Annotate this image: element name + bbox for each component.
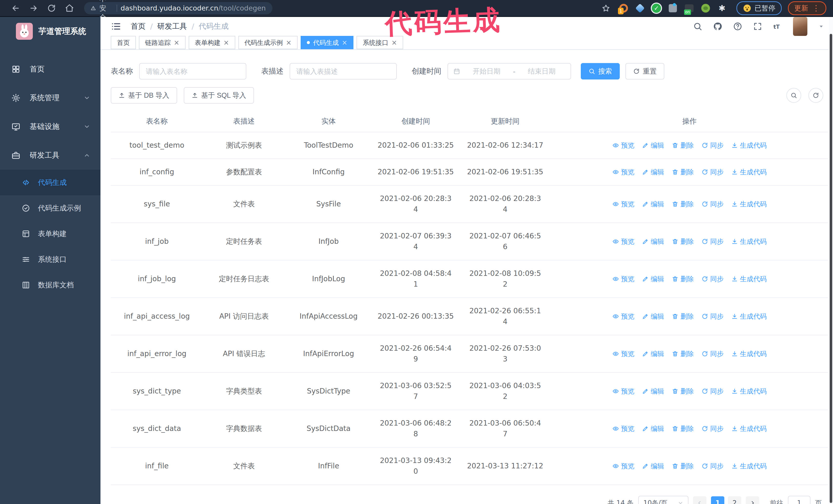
table-name-input[interactable] [139, 63, 246, 79]
fullscreen-icon[interactable] [753, 22, 762, 31]
sidebar-item-代码生成[interactable]: 代码生成 [0, 170, 100, 195]
tab-链路追踪[interactable]: 链路追踪× [139, 36, 186, 49]
extension-gem-icon[interactable] [635, 4, 645, 13]
avatar-caret-down-icon[interactable] [818, 23, 824, 29]
toggle-search-button[interactable] [786, 88, 801, 103]
action-delete[interactable]: 删除 [672, 167, 694, 177]
action-preview[interactable]: 预览 [612, 461, 634, 472]
puzzle-extension-icon[interactable]: ✱ [717, 4, 727, 13]
action-generate-code[interactable]: 生成代码 [731, 461, 767, 472]
action-sync[interactable]: 同步 [701, 349, 723, 359]
action-sync[interactable]: 同步 [701, 236, 723, 247]
font-size-icon[interactable] [773, 22, 782, 31]
github-icon[interactable] [713, 22, 722, 31]
page-size-select[interactable]: 10条/页 [638, 496, 688, 504]
app-logo[interactable]: 芋道管理系统 [0, 17, 100, 46]
goto-page-input[interactable] [788, 496, 810, 504]
action-preview[interactable]: 预览 [612, 140, 634, 151]
action-sync[interactable]: 同步 [701, 140, 723, 151]
action-edit[interactable]: 编辑 [642, 199, 664, 210]
action-generate-code[interactable]: 生成代码 [731, 167, 767, 177]
action-sync[interactable]: 同步 [701, 199, 723, 210]
tab-close-icon[interactable]: × [174, 39, 180, 46]
next-page-button[interactable] [746, 496, 759, 504]
extension-tool-icon[interactable] [668, 4, 677, 13]
action-sync[interactable]: 同步 [701, 167, 723, 177]
scrollbar-thumb[interactable] [830, 34, 832, 503]
user-avatar[interactable] [793, 17, 807, 36]
action-edit[interactable]: 编辑 [642, 236, 664, 247]
action-preview[interactable]: 预览 [612, 386, 634, 397]
tab-代码生成[interactable]: 代码生成× [301, 36, 353, 49]
reset-button[interactable]: 重置 [625, 63, 664, 79]
tab-close-icon[interactable]: × [286, 39, 292, 46]
action-generate-code[interactable]: 生成代码 [731, 140, 767, 151]
action-edit[interactable]: 编辑 [642, 461, 664, 472]
extensions-paused-button[interactable]: 已暂停 [736, 1, 782, 15]
scrollbar[interactable] [829, 17, 833, 504]
action-generate-code[interactable]: 生成代码 [731, 199, 767, 210]
address-bar[interactable]: 不安全 dashboard.yudao.iocoder.cn/tool/code… [84, 2, 272, 14]
tab-表单构建[interactable]: 表单构建× [189, 36, 235, 49]
sidebar-item-首页[interactable]: 首页 [0, 55, 100, 83]
action-preview[interactable]: 预览 [612, 236, 634, 247]
sidebar-item-研发工具[interactable]: 研发工具 [0, 141, 100, 170]
action-preview[interactable]: 预览 [612, 423, 634, 434]
action-sync[interactable]: 同步 [701, 311, 723, 322]
action-preview[interactable]: 预览 [612, 167, 634, 177]
action-delete[interactable]: 删除 [672, 423, 694, 434]
action-preview[interactable]: 预览 [612, 199, 634, 210]
extension-proxy-icon[interactable]: on [685, 4, 694, 13]
search-button[interactable]: 搜索 [581, 63, 620, 79]
search-icon[interactable] [693, 22, 702, 31]
tab-close-icon[interactable]: × [342, 39, 347, 46]
sidebar-item-表单构建[interactable]: 表单构建 [0, 221, 100, 247]
help-icon[interactable] [733, 22, 742, 31]
tab-close-icon[interactable]: × [391, 39, 397, 46]
tab-代码生成示例[interactable]: 代码生成示例× [238, 36, 298, 49]
extension-monkey-icon[interactable] [701, 4, 710, 13]
action-sync[interactable]: 同步 [701, 461, 723, 472]
action-generate-code[interactable]: 生成代码 [731, 311, 767, 322]
action-sync[interactable]: 同步 [701, 273, 723, 284]
sidebar-item-代码生成示例[interactable]: 代码生成示例 [0, 195, 100, 221]
action-sync[interactable]: 同步 [701, 423, 723, 434]
back-icon[interactable] [11, 4, 20, 13]
sidebar-item-系统管理[interactable]: 系统管理 [0, 83, 100, 112]
breadcrumb-item[interactable]: 首页 [131, 21, 146, 31]
action-generate-code[interactable]: 生成代码 [731, 236, 767, 247]
refresh-table-button[interactable] [808, 88, 823, 103]
bookmark-star-icon[interactable] [601, 4, 610, 13]
action-generate-code[interactable]: 生成代码 [731, 386, 767, 397]
action-edit[interactable]: 编辑 [642, 140, 664, 151]
sidebar-toggle-icon[interactable] [111, 21, 121, 32]
tab-首页[interactable]: 首页 [111, 36, 136, 49]
forward-icon[interactable] [29, 4, 38, 13]
action-delete[interactable]: 删除 [672, 349, 694, 359]
action-edit[interactable]: 编辑 [642, 423, 664, 434]
action-delete[interactable]: 删除 [672, 140, 694, 151]
action-delete[interactable]: 删除 [672, 386, 694, 397]
prev-page-button[interactable] [693, 496, 706, 504]
home-icon[interactable] [65, 4, 74, 13]
action-generate-code[interactable]: 生成代码 [731, 273, 767, 284]
action-preview[interactable]: 预览 [612, 311, 634, 322]
action-preview[interactable]: 预览 [612, 349, 634, 359]
action-sync[interactable]: 同步 [701, 386, 723, 397]
action-delete[interactable]: 删除 [672, 311, 694, 322]
sidebar-item-数据库文档[interactable]: 数据库文档 [0, 272, 100, 298]
page-button-1[interactable]: 1 [711, 496, 724, 504]
action-edit[interactable]: 编辑 [642, 273, 664, 284]
sidebar-item-基础设施[interactable]: 基础设施 [0, 112, 100, 141]
action-delete[interactable]: 删除 [672, 461, 694, 472]
action-generate-code[interactable]: 生成代码 [731, 423, 767, 434]
breadcrumb-item[interactable]: 研发工具 [158, 21, 187, 31]
tab-系统接口[interactable]: 系统接口× [357, 36, 403, 49]
browser-menu-dots-icon[interactable]: ⋮ [812, 4, 820, 13]
action-edit[interactable]: 编辑 [642, 349, 664, 359]
action-generate-code[interactable]: 生成代码 [731, 349, 767, 359]
action-edit[interactable]: 编辑 [642, 386, 664, 397]
import-sql-button[interactable]: 基于 SQL 导入 [184, 87, 254, 103]
import-db-button[interactable]: 基于 DB 导入 [111, 87, 177, 103]
action-edit[interactable]: 编辑 [642, 167, 664, 177]
